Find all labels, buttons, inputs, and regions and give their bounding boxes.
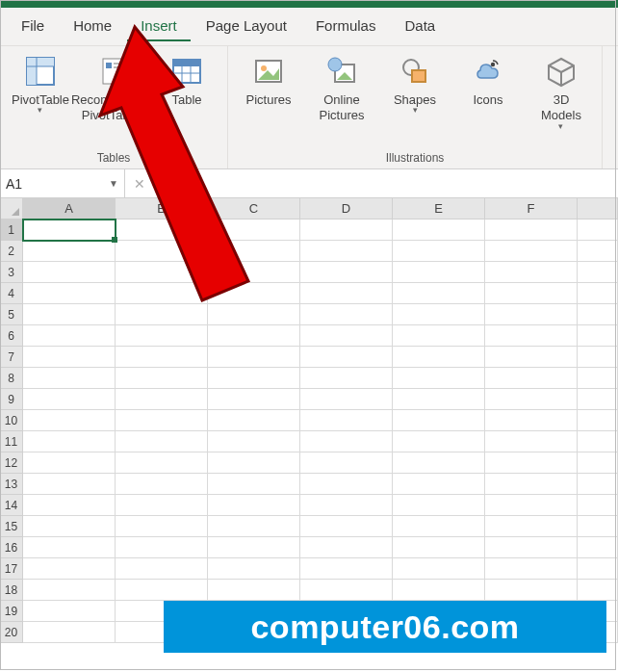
cell[interactable] — [485, 410, 578, 431]
row-header-15[interactable]: 15 — [0, 516, 23, 537]
pictures-button[interactable]: Pictures — [232, 50, 305, 129]
cell[interactable] — [485, 220, 578, 241]
cell[interactable] — [393, 368, 485, 389]
row-header-2[interactable]: 2 — [0, 241, 23, 262]
cell[interactable] — [300, 452, 393, 474]
cell[interactable] — [300, 431, 393, 452]
cell[interactable] — [300, 389, 393, 410]
cell[interactable] — [393, 410, 485, 431]
row-header-3[interactable]: 3 — [0, 262, 23, 283]
cell[interactable] — [23, 622, 116, 643]
cell[interactable] — [23, 495, 116, 516]
cell[interactable] — [208, 516, 300, 537]
cell[interactable] — [208, 368, 300, 389]
cell[interactable] — [116, 431, 208, 452]
cell[interactable] — [300, 304, 393, 325]
cell[interactable] — [208, 389, 300, 410]
cell[interactable] — [116, 495, 208, 516]
column-header-C[interactable]: C — [208, 198, 300, 219]
3d-models-button[interactable]: 3DModels▾ — [525, 50, 598, 133]
cell[interactable] — [578, 347, 618, 368]
cell[interactable] — [485, 558, 578, 580]
cell[interactable] — [578, 495, 618, 516]
cell[interactable] — [485, 452, 578, 474]
cell[interactable] — [393, 537, 485, 558]
cell[interactable] — [300, 558, 393, 580]
cell[interactable] — [393, 283, 485, 304]
cell[interactable] — [393, 304, 485, 325]
cell[interactable] — [485, 495, 578, 516]
row-header-18[interactable]: 18 — [0, 580, 23, 601]
recommended-pivottables-button[interactable]: RecommendedPivotTables — [77, 50, 150, 129]
row-header-16[interactable]: 16 — [0, 537, 23, 558]
cell[interactable] — [393, 580, 485, 601]
column-header-F[interactable]: F — [485, 198, 578, 219]
cell[interactable] — [116, 283, 208, 304]
cell[interactable] — [116, 452, 208, 474]
cell[interactable] — [208, 537, 300, 558]
row-header-19[interactable]: 19 — [0, 601, 23, 622]
row-header-11[interactable]: 11 — [0, 431, 23, 452]
cell[interactable] — [578, 368, 618, 389]
cell[interactable] — [23, 537, 116, 558]
row-header-14[interactable]: 14 — [0, 495, 23, 516]
cell[interactable] — [116, 474, 208, 495]
cell[interactable] — [393, 516, 485, 537]
cell[interactable] — [393, 495, 485, 516]
cell[interactable] — [300, 241, 393, 262]
cell[interactable] — [23, 283, 116, 304]
cell[interactable] — [208, 220, 300, 241]
online-pictures-button[interactable]: OnlinePictures — [305, 50, 378, 129]
tab-home[interactable]: Home — [60, 12, 125, 41]
cell[interactable] — [393, 220, 485, 241]
cell[interactable] — [23, 431, 116, 452]
enter-formula-button[interactable]: ✓ — [154, 176, 171, 192]
row-header-13[interactable]: 13 — [0, 474, 23, 495]
cell[interactable] — [23, 601, 116, 622]
select-all-corner[interactable] — [0, 198, 23, 220]
cell[interactable] — [116, 410, 208, 431]
column-header-E[interactable]: E — [393, 198, 485, 219]
cell[interactable] — [300, 537, 393, 558]
cell[interactable] — [300, 325, 393, 347]
cell[interactable] — [393, 431, 485, 452]
cell[interactable] — [578, 474, 618, 495]
cell[interactable] — [23, 410, 116, 431]
row-header-10[interactable]: 10 — [0, 410, 23, 431]
cell[interactable] — [23, 368, 116, 389]
row-header-7[interactable]: 7 — [0, 347, 23, 368]
cell[interactable] — [116, 368, 208, 389]
cell[interactable] — [116, 325, 208, 347]
tab-data[interactable]: Data — [391, 12, 449, 41]
cell[interactable] — [485, 516, 578, 537]
cell[interactable] — [578, 325, 618, 347]
cell[interactable] — [116, 304, 208, 325]
cell[interactable] — [578, 220, 618, 241]
row-header-4[interactable]: 4 — [0, 283, 23, 304]
column-header-B[interactable]: B — [116, 198, 208, 219]
cell[interactable] — [300, 474, 393, 495]
cell[interactable] — [485, 537, 578, 558]
cell[interactable] — [578, 580, 618, 601]
column-header-D[interactable]: D — [300, 198, 393, 219]
cell[interactable] — [393, 325, 485, 347]
name-box[interactable]: A1 ▼ — [0, 169, 125, 197]
cell[interactable] — [300, 410, 393, 431]
cell[interactable] — [208, 325, 300, 347]
cell[interactable] — [116, 537, 208, 558]
tab-page-layout[interactable]: Page Layout — [193, 12, 300, 41]
cell[interactable] — [393, 389, 485, 410]
fx-icon[interactable]: fx — [177, 176, 188, 192]
cell[interactable] — [23, 347, 116, 368]
row-header-20[interactable]: 20 — [0, 622, 23, 643]
cell[interactable] — [300, 516, 393, 537]
cell[interactable] — [208, 241, 300, 262]
cell[interactable] — [23, 241, 116, 262]
pivottable-button[interactable]: PivotTable▾ — [4, 50, 77, 129]
cell[interactable] — [300, 262, 393, 283]
cell[interactable] — [485, 241, 578, 262]
row-header-12[interactable]: 12 — [0, 452, 23, 474]
icons-button[interactable]: Icons — [451, 50, 525, 129]
cell[interactable] — [485, 262, 578, 283]
cell[interactable] — [485, 325, 578, 347]
